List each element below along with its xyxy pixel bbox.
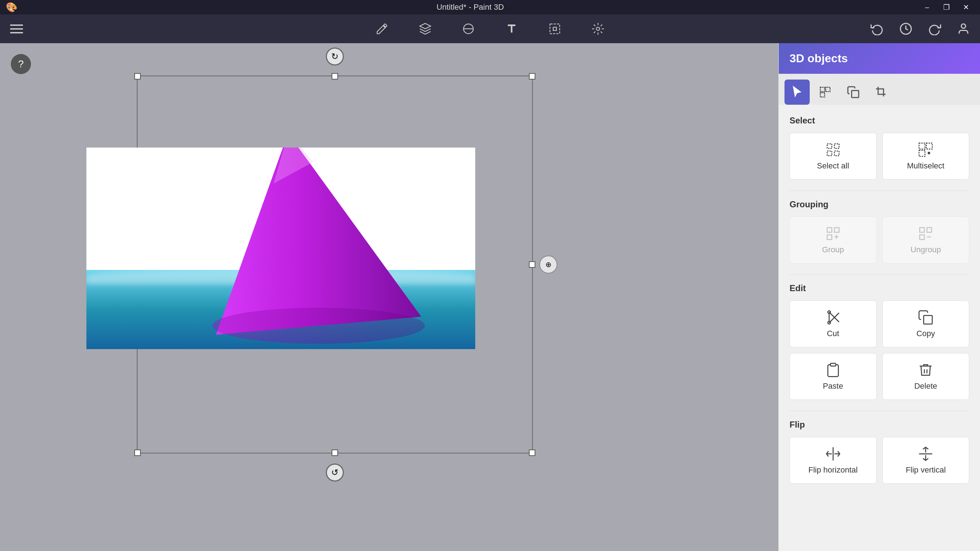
canvas-image bbox=[86, 148, 475, 349]
svg-point-6 bbox=[597, 27, 600, 30]
select-all-label: Select all bbox=[817, 161, 849, 171]
copy-button[interactable]: Copy bbox=[883, 300, 970, 347]
flip-horizontal-label: Flip horizontal bbox=[808, 465, 858, 475]
toolbar bbox=[0, 14, 980, 43]
svg-rect-23 bbox=[919, 151, 925, 157]
paste-label: Paste bbox=[823, 381, 843, 391]
svg-rect-28 bbox=[920, 228, 924, 232]
svg-point-10 bbox=[212, 308, 425, 344]
handle-mid-right[interactable] bbox=[529, 261, 535, 268]
svg-rect-15 bbox=[821, 93, 825, 97]
svg-rect-26 bbox=[834, 228, 839, 232]
handle-bottom-mid[interactable] bbox=[332, 449, 338, 456]
ungroup-label: Ungroup bbox=[910, 245, 941, 254]
svg-rect-1 bbox=[10, 29, 23, 30]
panel-title: 3D objects bbox=[789, 52, 848, 65]
flip-horizontal-button[interactable]: Flip horizontal bbox=[789, 437, 877, 484]
copy-label: Copy bbox=[916, 329, 935, 338]
history-button[interactable] bbox=[895, 18, 916, 40]
rotate-handle-bottom[interactable]: ↺ bbox=[326, 464, 344, 481]
paste-button[interactable]: Paste bbox=[789, 353, 877, 400]
select-section-label: Select bbox=[789, 116, 969, 125]
z-depth-control-right[interactable]: ⊕ bbox=[539, 256, 557, 273]
select-tab[interactable] bbox=[784, 79, 810, 105]
group-label: Group bbox=[822, 245, 844, 254]
svg-rect-25 bbox=[827, 228, 832, 232]
svg-rect-5 bbox=[550, 24, 560, 34]
panel-tabs bbox=[779, 74, 980, 105]
close-button[interactable]: ✕ bbox=[958, 0, 974, 14]
title-bar: 🎨 Untitled* - Paint 3D – ❐ ✕ bbox=[0, 0, 980, 14]
handle-top-mid[interactable] bbox=[332, 73, 338, 79]
maximize-button[interactable]: ❐ bbox=[938, 0, 955, 14]
group-button[interactable]: Group bbox=[789, 217, 877, 264]
minimize-button[interactable]: – bbox=[919, 0, 935, 14]
main-area: ? ↻ ↺ ⊕ ⊕ bbox=[0, 43, 980, 551]
svg-rect-18 bbox=[834, 144, 839, 149]
svg-rect-22 bbox=[926, 143, 932, 149]
svg-rect-16 bbox=[852, 91, 859, 98]
ungroup-button[interactable]: Ungroup bbox=[883, 217, 970, 264]
flip-section-label: Flip bbox=[789, 420, 969, 430]
divider-1 bbox=[789, 191, 969, 191]
panel-header: 3D objects bbox=[779, 43, 980, 74]
cut-label: Cut bbox=[827, 329, 839, 338]
flip-vertical-label: Flip vertical bbox=[906, 465, 946, 475]
select-grid: Select all Multiselect bbox=[789, 133, 969, 179]
handle-bottom-right[interactable] bbox=[529, 449, 535, 456]
help-button[interactable]: ? bbox=[11, 54, 31, 74]
svg-rect-30 bbox=[920, 235, 924, 240]
select-tool-btn[interactable] bbox=[544, 18, 566, 40]
svg-marker-9 bbox=[216, 148, 421, 335]
divider-2 bbox=[789, 274, 969, 275]
svg-rect-20 bbox=[834, 151, 839, 156]
svg-rect-37 bbox=[924, 316, 932, 324]
svg-rect-2 bbox=[10, 32, 23, 33]
multiselect-button[interactable]: Multiselect bbox=[883, 133, 970, 179]
svg-rect-13 bbox=[821, 87, 825, 92]
svg-point-8 bbox=[961, 24, 966, 29]
select-all-button[interactable]: Select all bbox=[789, 133, 877, 179]
divider-3 bbox=[789, 411, 969, 411]
multiselect-label: Multiselect bbox=[907, 161, 944, 171]
grouping-section-label: Grouping bbox=[789, 199, 969, 210]
profile-button[interactable] bbox=[953, 18, 974, 40]
svg-rect-14 bbox=[826, 87, 830, 92]
crop-tab[interactable] bbox=[869, 79, 894, 105]
canvas-area: ? ↻ ↺ ⊕ ⊕ bbox=[0, 43, 778, 551]
svg-rect-19 bbox=[827, 151, 832, 156]
window-controls: – ❐ ✕ bbox=[919, 0, 974, 14]
flip-grid: Flip horizontal Flip vertical bbox=[789, 437, 969, 484]
brush-tool-btn[interactable] bbox=[371, 18, 393, 40]
panel-content: Select Select all bbox=[779, 105, 980, 551]
svg-rect-0 bbox=[10, 24, 23, 26]
delete-label: Delete bbox=[914, 381, 937, 391]
handle-top-right[interactable] bbox=[529, 73, 535, 79]
hamburger-menu[interactable] bbox=[6, 18, 27, 40]
delete-button[interactable]: Delete bbox=[883, 353, 970, 400]
text-tool-btn[interactable] bbox=[501, 18, 522, 40]
redo-button[interactable] bbox=[924, 18, 945, 40]
undo-button[interactable] bbox=[866, 18, 888, 40]
2d-shapes-btn[interactable] bbox=[458, 18, 479, 40]
grouping-grid: Group Ungroup bbox=[789, 217, 969, 264]
3d-cone bbox=[187, 148, 439, 349]
window-title: Untitled* - Paint 3D bbox=[22, 3, 919, 12]
svg-rect-29 bbox=[927, 228, 932, 232]
right-panel: 3D objects bbox=[778, 43, 980, 551]
edit-grid: Cut Copy Paste bbox=[789, 300, 969, 400]
flip-vertical-button[interactable]: Flip vertical bbox=[883, 437, 970, 484]
svg-rect-24 bbox=[929, 152, 930, 154]
3d-shapes-btn[interactable] bbox=[414, 18, 436, 40]
cut-button[interactable]: Cut bbox=[789, 300, 877, 347]
effects-btn[interactable] bbox=[587, 18, 609, 40]
multiselect-tab[interactable] bbox=[813, 79, 838, 105]
handle-bottom-left[interactable] bbox=[134, 449, 141, 456]
svg-rect-27 bbox=[827, 235, 832, 240]
toolbar-right bbox=[866, 18, 974, 40]
handle-top-left[interactable] bbox=[134, 73, 141, 79]
copy-obj-tab[interactable] bbox=[841, 79, 866, 105]
rotate-handle-top[interactable]: ↻ bbox=[326, 48, 344, 65]
toolbar-left bbox=[6, 18, 27, 40]
svg-rect-21 bbox=[919, 143, 925, 149]
